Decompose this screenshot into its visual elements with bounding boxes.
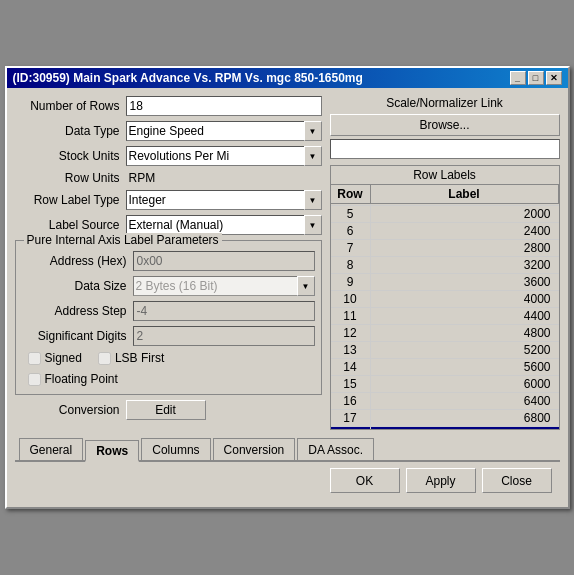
table-row[interactable]: 166400 bbox=[331, 393, 559, 410]
table-cell-label: 1600 bbox=[371, 204, 559, 205]
tab-da-assoc-label: DA Assoc. bbox=[308, 443, 363, 457]
row-label-type-select[interactable]: Integer bbox=[126, 190, 322, 210]
number-of-rows-control bbox=[126, 96, 322, 116]
stock-units-control: Revolutions Per Mi ▼ bbox=[126, 146, 322, 166]
table-cell-row: 7 bbox=[331, 240, 371, 256]
close-button[interactable]: Close bbox=[482, 468, 552, 493]
table-cell-row: 12 bbox=[331, 325, 371, 341]
table-row[interactable]: 124800 bbox=[331, 325, 559, 342]
right-panel: Scale/Normalizer Link Browse... Row Labe… bbox=[330, 96, 560, 430]
table-row[interactable]: 135200 bbox=[331, 342, 559, 359]
edit-button[interactable]: Edit bbox=[126, 400, 206, 420]
table-row[interactable]: 156000 bbox=[331, 376, 559, 393]
scale-input[interactable] bbox=[330, 139, 560, 159]
title-bar-buttons: _ □ ✕ bbox=[510, 71, 562, 85]
lsb-first-checkbox[interactable] bbox=[98, 352, 111, 365]
address-step-input[interactable] bbox=[133, 301, 315, 321]
data-type-control: Engine Speed ▼ bbox=[126, 121, 322, 141]
data-type-row: Data Type Engine Speed ▼ bbox=[15, 121, 322, 141]
browse-button[interactable]: Browse... bbox=[330, 114, 560, 136]
tab-general-label: General bbox=[30, 443, 73, 457]
tab-general[interactable]: General bbox=[19, 438, 84, 460]
table-row[interactable]: 187200 bbox=[331, 427, 559, 430]
table-cell-row: 6 bbox=[331, 223, 371, 239]
conversion-label: Conversion bbox=[15, 403, 120, 417]
window-title: (ID:30959) Main Spark Advance Vs. RPM Vs… bbox=[13, 71, 363, 85]
table-row[interactable]: 104000 bbox=[331, 291, 559, 308]
main-layout: Number of Rows Data Type Engine Speed ▼ bbox=[15, 96, 560, 430]
table-cell-row: 14 bbox=[331, 359, 371, 375]
data-type-select[interactable]: Engine Speed bbox=[126, 121, 322, 141]
tab-da-assoc[interactable]: DA Assoc. bbox=[297, 438, 374, 460]
close-window-button[interactable]: ✕ bbox=[546, 71, 562, 85]
maximize-button[interactable]: □ bbox=[528, 71, 544, 85]
table-row[interactable]: 72800 bbox=[331, 240, 559, 257]
scale-title: Scale/Normalizer Link bbox=[330, 96, 560, 110]
col-row-header: Row bbox=[331, 185, 371, 203]
table-cell-label: 2000 bbox=[371, 206, 559, 222]
table-cell-label: 6000 bbox=[371, 376, 559, 392]
table-row[interactable]: 145600 bbox=[331, 359, 559, 376]
lsb-first-label: LSB First bbox=[115, 351, 164, 365]
table-row[interactable]: 93600 bbox=[331, 274, 559, 291]
tab-columns[interactable]: Columns bbox=[141, 438, 210, 460]
table-scroll-area[interactable]: 4160052000624007280083200936001040001144… bbox=[331, 204, 559, 430]
table-cell-label: 5200 bbox=[371, 342, 559, 358]
table-cell-row: 13 bbox=[331, 342, 371, 358]
tabs-container: General Rows Columns Conversion DA Assoc… bbox=[15, 438, 560, 462]
signed-checkbox[interactable] bbox=[28, 352, 41, 365]
row-units-row: Row Units RPM bbox=[15, 171, 322, 185]
pure-internal-title: Pure Internal Axis Label Parameters bbox=[24, 233, 222, 247]
row-units-label: Row Units bbox=[15, 171, 120, 185]
address-hex-input[interactable] bbox=[133, 251, 315, 271]
number-of-rows-input[interactable] bbox=[126, 96, 322, 116]
tab-conversion[interactable]: Conversion bbox=[213, 438, 296, 460]
table-row[interactable]: 114400 bbox=[331, 308, 559, 325]
row-label-type-control: Integer ▼ bbox=[126, 190, 322, 210]
table-cell-label: 6400 bbox=[371, 393, 559, 409]
apply-button[interactable]: Apply bbox=[406, 468, 476, 493]
content-area: Number of Rows Data Type Engine Speed ▼ bbox=[7, 88, 568, 507]
label-source-select[interactable]: External (Manual) bbox=[126, 215, 322, 235]
table-row[interactable]: 83200 bbox=[331, 257, 559, 274]
bottom-buttons: OK Apply Close bbox=[15, 462, 560, 499]
significant-digits-input[interactable] bbox=[133, 326, 315, 346]
table-cell-label: 2800 bbox=[371, 240, 559, 256]
tab-columns-label: Columns bbox=[152, 443, 199, 457]
data-size-select[interactable]: 2 Bytes (16 Bit) bbox=[133, 276, 315, 296]
col-label-header: Label bbox=[371, 185, 559, 203]
address-step-control bbox=[133, 301, 315, 321]
minimize-button[interactable]: _ bbox=[510, 71, 526, 85]
row-units-value: RPM bbox=[126, 169, 159, 187]
row-label-type-row: Row Label Type Integer ▼ bbox=[15, 190, 322, 210]
floating-point-checkbox[interactable] bbox=[28, 373, 41, 386]
significant-digits-control bbox=[133, 326, 315, 346]
address-step-row: Address Step bbox=[22, 301, 315, 321]
row-labels-title: Row Labels bbox=[413, 168, 476, 182]
row-labels-table: Row Labels Row Label 4160052000624007280… bbox=[330, 165, 560, 430]
row-labels-header: Row Labels bbox=[331, 166, 559, 185]
table-cell-row: 5 bbox=[331, 206, 371, 222]
scale-section: Scale/Normalizer Link Browse... bbox=[330, 96, 560, 159]
table-cell-label: 3200 bbox=[371, 257, 559, 273]
table-row[interactable]: 62400 bbox=[331, 223, 559, 240]
table-row[interactable]: 52000 bbox=[331, 206, 559, 223]
signed-checkbox-row: Signed bbox=[28, 351, 82, 365]
tab-rows[interactable]: Rows bbox=[85, 440, 139, 462]
data-type-label: Data Type bbox=[15, 124, 120, 138]
table-cell-row: 17 bbox=[331, 410, 371, 426]
number-of-rows-label: Number of Rows bbox=[15, 99, 120, 113]
main-window: (ID:30959) Main Spark Advance Vs. RPM Vs… bbox=[5, 66, 570, 509]
table-cell-label: 5600 bbox=[371, 359, 559, 375]
table-cell-label: 4800 bbox=[371, 325, 559, 341]
data-size-label: Data Size bbox=[22, 279, 127, 293]
floating-point-label: Floating Point bbox=[45, 372, 118, 386]
stock-units-select[interactable]: Revolutions Per Mi bbox=[126, 146, 322, 166]
address-hex-label: Address (Hex) bbox=[22, 254, 127, 268]
ok-button[interactable]: OK bbox=[330, 468, 400, 493]
pure-internal-group: Pure Internal Axis Label Parameters Addr… bbox=[15, 240, 322, 395]
label-source-control: External (Manual) ▼ bbox=[126, 215, 322, 235]
table-cell-row: 11 bbox=[331, 308, 371, 324]
left-panel: Number of Rows Data Type Engine Speed ▼ bbox=[15, 96, 322, 430]
table-row[interactable]: 176800 bbox=[331, 410, 559, 427]
